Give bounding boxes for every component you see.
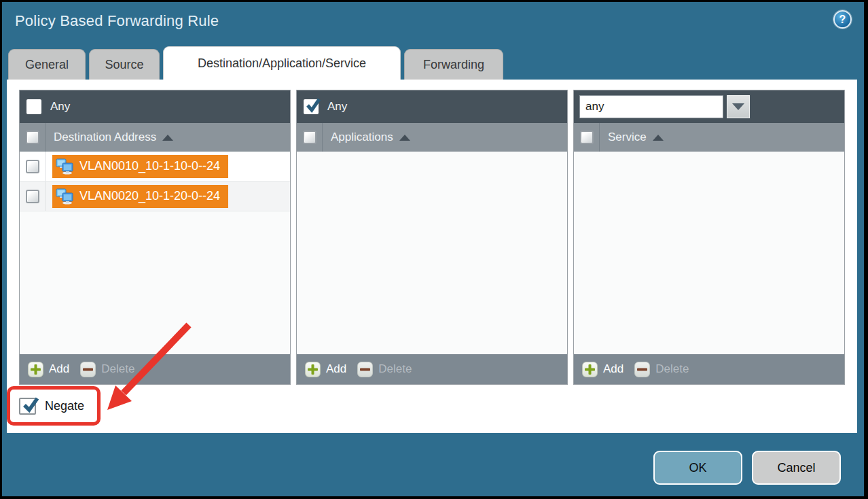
- destination-select-all-checkbox[interactable]: [26, 131, 39, 144]
- address-object-label: VLAN0010_10-1-10-0--24: [79, 159, 220, 173]
- negate-label: Negate: [45, 399, 84, 413]
- negate-checkbox[interactable]: [19, 398, 36, 415]
- destination-any-label: Any: [50, 100, 70, 114]
- applications-list: [297, 152, 567, 354]
- delete-button[interactable]: Delete: [655, 362, 689, 376]
- service-dropdown-bar: any: [574, 90, 844, 123]
- dialog-title: Policy Based Forwarding Rule: [15, 12, 219, 30]
- destination-list: VLAN0010_10-1-10-0--24: [20, 152, 290, 354]
- destination-any-checkbox[interactable]: [26, 99, 41, 114]
- add-icon[interactable]: [305, 362, 321, 377]
- applications-any-bar: Any: [297, 90, 567, 123]
- chevron-down-icon: [732, 103, 744, 110]
- service-footer: Add Delete: [574, 354, 844, 384]
- service-panel: any Service Add Delete: [573, 90, 845, 385]
- destination-footer: Add Delete: [20, 354, 290, 384]
- cancel-button[interactable]: Cancel: [752, 451, 841, 485]
- sort-asc-icon: [653, 135, 664, 141]
- applications-column-label: Applications: [331, 131, 393, 144]
- add-button[interactable]: Add: [326, 362, 346, 376]
- applications-any-label: Any: [327, 100, 347, 114]
- service-column-header[interactable]: Service: [574, 123, 844, 152]
- network-icon: [56, 158, 74, 175]
- destination-column-label: Destination Address: [54, 131, 156, 144]
- address-object-label: VLAN0020_10-1-20-0--24: [79, 189, 220, 203]
- sort-asc-icon: [162, 135, 173, 141]
- help-icon[interactable]: ?: [833, 10, 852, 29]
- service-dropdown[interactable]: any: [579, 95, 723, 118]
- policy-forwarding-dialog: Policy Based Forwarding Rule ? General S…: [2, 2, 864, 496]
- ok-button[interactable]: OK: [653, 451, 742, 485]
- destination-address-panel: Any Destination Address: [19, 90, 291, 385]
- service-list: [574, 152, 844, 354]
- add-icon[interactable]: [582, 362, 598, 377]
- sort-asc-icon: [399, 135, 410, 141]
- applications-any-checkbox[interactable]: [304, 99, 319, 114]
- tab-destination-application-service[interactable]: Destination/Application/Service: [163, 46, 401, 80]
- delete-icon[interactable]: [634, 362, 650, 377]
- delete-icon[interactable]: [357, 362, 373, 377]
- service-column-label: Service: [608, 131, 647, 144]
- tab-content: Any Destination Address: [7, 80, 857, 433]
- applications-select-all-checkbox[interactable]: [303, 131, 317, 144]
- table-row[interactable]: VLAN0020_10-1-20-0--24: [20, 182, 290, 211]
- network-icon: [56, 188, 74, 205]
- delete-button[interactable]: Delete: [378, 362, 412, 376]
- row-checkbox[interactable]: [26, 160, 39, 173]
- tab-bar: General Source Destination/Application/S…: [8, 46, 507, 80]
- tab-forwarding[interactable]: Forwarding: [404, 49, 503, 80]
- applications-footer: Add Delete: [297, 354, 567, 384]
- address-object[interactable]: VLAN0020_10-1-20-0--24: [52, 185, 228, 208]
- add-button[interactable]: Add: [49, 362, 69, 376]
- tab-general[interactable]: General: [8, 49, 86, 80]
- applications-panel: Any Applications Add Delete: [296, 90, 568, 385]
- help-glyph: ?: [839, 14, 846, 26]
- negate-highlight-box: Negate: [7, 386, 101, 426]
- destination-column-header[interactable]: Destination Address: [20, 123, 290, 152]
- dropdown-button[interactable]: [727, 95, 750, 118]
- add-button[interactable]: Add: [603, 362, 623, 376]
- service-select-all-checkbox[interactable]: [580, 131, 594, 144]
- table-row[interactable]: VLAN0010_10-1-10-0--24: [20, 152, 290, 182]
- delete-button[interactable]: Delete: [101, 362, 134, 376]
- add-icon[interactable]: [28, 362, 43, 377]
- delete-icon[interactable]: [80, 362, 96, 377]
- destination-any-bar: Any: [20, 90, 290, 123]
- address-object[interactable]: VLAN0010_10-1-10-0--24: [52, 155, 228, 178]
- tab-source[interactable]: Source: [89, 49, 160, 80]
- applications-column-header[interactable]: Applications: [297, 123, 567, 152]
- row-checkbox[interactable]: [26, 190, 39, 203]
